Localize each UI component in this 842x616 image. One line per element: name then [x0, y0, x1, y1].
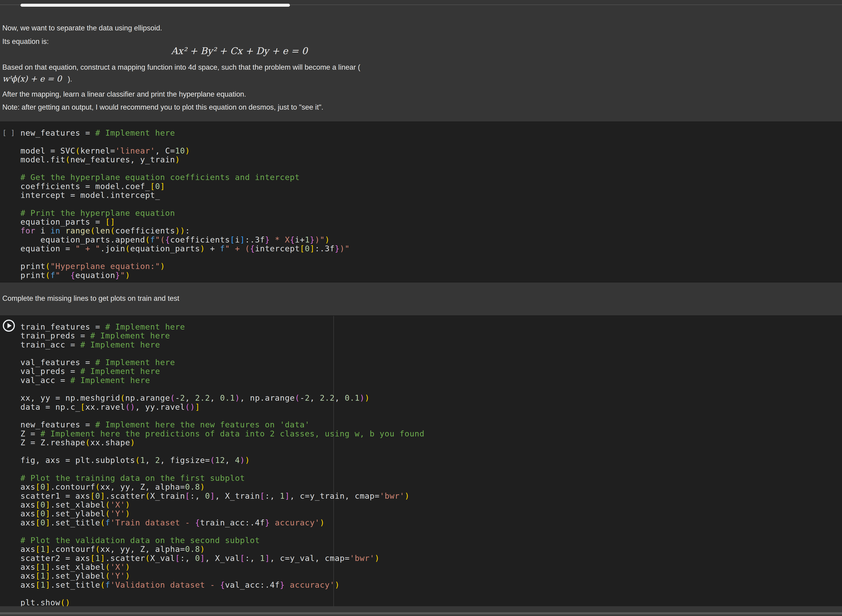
intro-line-5: After the mapping, learn a linear classi… [2, 90, 246, 99]
run-cell-button[interactable] [3, 320, 15, 332]
intro-line-1: Now, we want to separate the data using … [2, 24, 162, 32]
code-line: intercept = model.intercept_ [21, 191, 838, 199]
intro-line-2: Its equation is: [2, 37, 49, 46]
code-cell-hyperplane[interactable]: [ ] new_features = # Implement here mode… [0, 122, 842, 282]
code-line: print("Hyperplane equation:") [21, 261, 838, 270]
code-line [21, 384, 838, 393]
code-line: new_features = # Implement here the new … [21, 420, 838, 429]
code-line: print(f" {equation}") [21, 271, 838, 279]
code-line: Z = Z.reshape(xx.shape) [21, 438, 838, 447]
code-line: model.fit(new_features, y_train) [21, 155, 838, 164]
code-line: axs[1].contourf(xx, yy, Z, alpha=0.8) [21, 544, 838, 553]
code-line: axs[0].set_ylabel('Y') [21, 509, 838, 518]
code-line: scatter1 = axs[0].scatter(X_train[:, 0],… [21, 491, 838, 500]
bottom-cell-divider [0, 606, 842, 612]
intro-line-3: Based on that equation, construct a mapp… [2, 63, 360, 72]
code-line: # Print the hyperplane equation [21, 208, 838, 217]
code-line [21, 447, 838, 456]
code-line: train_preds = # Implement here [21, 331, 838, 340]
cell-execution-count[interactable]: [ ] [2, 129, 15, 137]
code-line [21, 253, 838, 261]
code-editor-plots[interactable]: train_features = # Implement heretrain_p… [21, 322, 838, 607]
bottom-edge-strip [0, 615, 842, 616]
code-line: # Plot the training data on the first su… [21, 474, 838, 482]
code-line [21, 527, 838, 535]
intro-line-4: wᵗϕ(x) + e = 0 ). [2, 74, 72, 84]
code-line: val_features = # Implement here [21, 358, 838, 367]
code-line: equation_parts.append(f"({coefficients[i… [21, 235, 838, 244]
intro-line-6: Note: after getting an output, I would r… [2, 103, 323, 112]
code-line: xx, yy = np.meshgrid(np.arange(-2, 2.2, … [21, 393, 838, 402]
code-cell-plots[interactable]: train_features = # Implement heretrain_p… [0, 315, 842, 607]
code-line: axs[1].set_title(f'Validation dataset - … [21, 580, 838, 589]
code-line: train_acc = # Implement here [21, 340, 838, 349]
code-line [21, 349, 838, 358]
code-line: for i in range(len(coefficients)): [21, 226, 838, 235]
middle-instruction: Complete the missing lines to get plots … [2, 294, 179, 303]
code-line: # Get the hyperplane equation coefficien… [21, 173, 838, 182]
code-line: scatter2 = axs[1].scatter(X_val[:, 0], X… [21, 553, 838, 562]
code-line: new_features = # Implement here [21, 128, 838, 137]
code-line: # Plot the validation data on the second… [21, 535, 838, 544]
code-line [21, 411, 838, 420]
code-line: axs[0].set_title(f'Train dataset - {trai… [21, 518, 838, 527]
code-line: coefficients = model.coef_[0] [21, 182, 838, 191]
ellipsoid-equation: Ax² + By² + Cx + Dy + e = 0 [0, 45, 479, 56]
code-line: val_acc = # Implement here [21, 375, 838, 384]
code-line [21, 137, 838, 146]
code-line: Z = # Implement here the predictions of … [21, 429, 838, 438]
code-line: train_features = # Implement here [21, 322, 838, 331]
code-line: axs[0].set_xlabel('X') [21, 500, 838, 509]
code-line: model = SVC(kernel='linear', C=10) [21, 146, 838, 155]
bottom-scrollbar[interactable] [0, 612, 842, 615]
top-scrollbar-thumb[interactable] [21, 4, 290, 7]
code-line: val_preds = # Implement here [21, 367, 838, 375]
code-editor-hyperplane[interactable]: new_features = # Implement here model = … [21, 128, 838, 279]
code-line [21, 164, 838, 173]
code-line: plt.show() [21, 598, 838, 607]
code-line: axs[0].contourf(xx, yy, Z, alpha=0.8) [21, 482, 838, 491]
code-line: axs[1].set_xlabel('X') [21, 562, 838, 571]
intro-line-4-tail: ). [62, 75, 72, 83]
play-icon [7, 323, 12, 328]
code-line [21, 589, 838, 598]
notebook-page: Now, we want to separate the data using … [0, 0, 842, 616]
code-line [21, 199, 838, 208]
code-line: axs[1].set_ylabel('Y') [21, 571, 838, 580]
code-line: data = np.c_[xx.ravel(), yy.ravel()] [21, 402, 838, 411]
code-line: fig, axs = plt.subplots(1, 2, figsize=(1… [21, 456, 838, 464]
code-line: equation = " + ".join(equation_parts) + … [21, 244, 838, 253]
code-line [21, 465, 838, 474]
hyperplane-inline-equation: wᵗϕ(x) + e = 0 [2, 74, 62, 84]
code-line: equation_parts = [] [21, 217, 838, 226]
